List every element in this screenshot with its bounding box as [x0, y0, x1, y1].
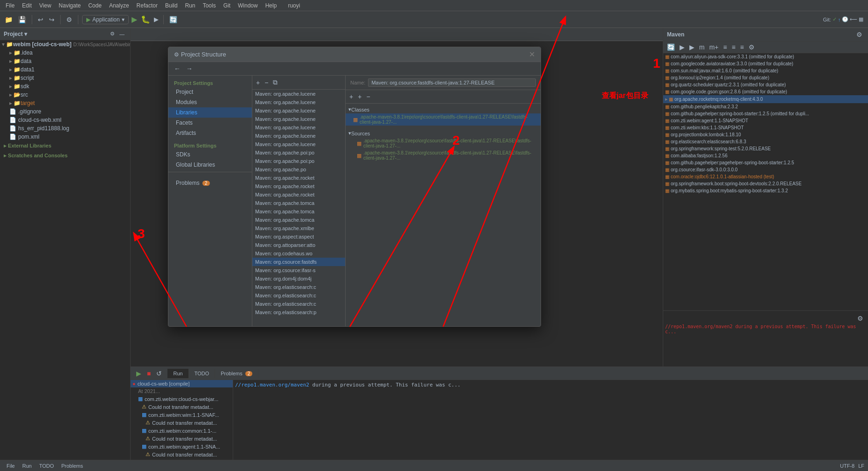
lib-lucene-4[interactable]: Maven: org.apache.lucene [252, 115, 345, 123]
menu-refactor[interactable]: Refactor [133, 1, 161, 10]
run-rerun-button[interactable]: ↺ [154, 369, 164, 378]
menu-tools[interactable]: Tools [199, 1, 220, 10]
lib-lucene-5[interactable]: Maven: org.apache.lucene [252, 123, 345, 132]
dialog-back-button[interactable]: ← [172, 64, 182, 73]
lib-tomca-2[interactable]: Maven: org.apache.tomca [252, 207, 345, 216]
copy-library-button[interactable]: ⧉ [271, 77, 279, 87]
maven-dep-pagehelper[interactable]: ▦ com.github.pagehelper:spring-boot-star… [663, 110, 868, 117]
add-path-button[interactable]: + [347, 92, 355, 101]
lib-elastic-3[interactable]: Maven: org.elasticsearch:c [252, 300, 345, 308]
maven-dep-ojdbc[interactable]: ▦ com.oracle:ojdbc6:12.1.0.1-atlassian-h… [663, 173, 868, 180]
lib-elastic-4[interactable]: Maven: org.elasticsearch:p [252, 308, 345, 316]
maven-dep-captcha[interactable]: ▦ com.github.pengliekaptcha:2.3.2 [663, 103, 868, 110]
menu-edit[interactable]: Edit [18, 1, 35, 10]
run-tree-common[interactable]: ▦ com.zti.webim:common:1.1-... [131, 427, 233, 435]
tree-target[interactable]: ▸ 📁 target [0, 99, 130, 107]
maven-dep-1[interactable]: ▦ com.aliyun:aliyun-java-sdk-core:3.3.1 … [663, 53, 868, 60]
maven-filter-button[interactable]: ≡ [738, 42, 746, 52]
lib-aspect[interactable]: Maven: org.aspect:aspect [252, 232, 345, 241]
maven-dep-springtest[interactable]: ▦ org.springframework:spring-test:5.2.0.… [663, 145, 868, 152]
project-collapse-btn[interactable]: — [118, 30, 126, 38]
nav-project[interactable]: Project [168, 87, 252, 97]
maven-more-button[interactable]: ⚙ [747, 42, 757, 52]
maven-dep-agent[interactable]: ▦ com.zti.webim:agent:1.1-SNAPSHOT [663, 117, 868, 124]
maven-dep-devtools[interactable]: ▦ org.springframework.boot:spring-boot-d… [663, 180, 868, 187]
maven-dep-6[interactable]: ▦ com.google.code.gson:gson:2.8.6 (omitt… [663, 88, 868, 95]
remove-library-button[interactable]: − [263, 78, 270, 87]
maven-dep-pagehelper2[interactable]: ▦ com.github.pagehelper:pagehelper-sprin… [663, 159, 868, 166]
run-tree-kbs[interactable]: ▦ com.zti.webim:kbs:1.1-SNAP... [131, 458, 233, 460]
run-coverage-button[interactable]: ▶ [153, 15, 160, 24]
lib-atto[interactable]: Maven: org.attoparser:atto [252, 241, 345, 249]
project-settings-btn[interactable]: ⚙ [108, 30, 117, 38]
maven-reload-button[interactable]: 🔄 [665, 42, 677, 52]
status-file[interactable]: File [4, 463, 18, 469]
settings-button[interactable]: ⚙ [64, 15, 74, 24]
maven-dep-lombok[interactable]: ▦ org.projectlombok:lombok:1.18.10 [663, 131, 868, 138]
tree-data[interactable]: ▸ 📁 data [0, 57, 130, 65]
remove-path-button[interactable]: − [364, 92, 372, 101]
status-run[interactable]: Run [20, 463, 35, 469]
tab-run[interactable]: Run [167, 369, 188, 378]
menu-run[interactable]: Run [181, 1, 199, 10]
menu-window[interactable]: Window [234, 1, 262, 10]
run-play-button[interactable]: ▶ [134, 369, 143, 378]
open-file-button[interactable]: 📁 [3, 15, 14, 24]
lib-tomca-3[interactable]: Maven: org.apache.tomca [252, 216, 345, 224]
tab-todo[interactable]: TODO [189, 369, 215, 378]
menu-analyze[interactable]: Analyze [105, 1, 133, 10]
maven-dep-kbs[interactable]: ▦ com.zti.webim:kbs:1.1-SNAPSHOT [663, 124, 868, 131]
sources-path-item-2[interactable]: ▦ .apache-maven-3.8.1\repo\org\csource\f… [346, 149, 541, 162]
reload-button[interactable]: 🔄 [167, 15, 179, 24]
debug-button[interactable]: 🐛 [140, 14, 151, 25]
external-libraries-section[interactable]: ▸ External Libraries [0, 141, 130, 151]
menu-file[interactable]: File [2, 1, 18, 10]
maven-phases-button[interactable]: ≡ [730, 42, 737, 52]
lib-lucene-3[interactable]: Maven: org.apache.lucene [252, 106, 345, 115]
maven-dep-3[interactable]: ▦ com.sun.mail:javax.mail:1.6.0 (omitted… [663, 67, 868, 74]
tree-hserr[interactable]: 📄 hs_err_pid11888.log [0, 124, 130, 133]
menu-view[interactable]: View [35, 1, 55, 10]
lib-tomca-1[interactable]: Maven: org.apache.tomca [252, 199, 345, 207]
menu-code[interactable]: Code [84, 1, 105, 10]
menu-git[interactable]: Git [220, 1, 234, 10]
library-name-input[interactable] [368, 78, 536, 87]
tree-src[interactable]: ▸ 📂 src [0, 91, 130, 99]
tree-script[interactable]: ▸ 📁 script [0, 74, 130, 82]
classes-path-1[interactable]: ▦ .apache-maven-3.8.1\repo\org\csource\f… [346, 113, 541, 126]
tree-pomxml[interactable]: 📄 pom.xml [0, 133, 130, 141]
maven-dep-4[interactable]: ▦ org.lionsoul:ip2region:1.4 (omitted fo… [663, 74, 868, 81]
sources-header[interactable]: ▾ Sources [346, 129, 541, 137]
run-item-status[interactable]: At 2021... [131, 387, 233, 395]
lib-rocket-2[interactable]: Maven: org.apache.rocket [252, 182, 345, 190]
tree-sdk[interactable]: ▸ 📁 sdk [0, 82, 130, 91]
lib-dom4j[interactable]: Maven: org.dom4j:dom4j [252, 274, 345, 283]
maven-lifecycle-button[interactable]: ≡ [722, 42, 729, 52]
maven-debug-button[interactable]: ▶ [687, 42, 696, 52]
run-warn-3[interactable]: ⚠ Could not transfer metadat... [131, 435, 233, 443]
sources-path-item-1[interactable]: ▦ .apache-maven-3.8.1\repo\org\csource\f… [346, 137, 541, 149]
run-configuration[interactable]: ▶ Application ▾ [82, 15, 129, 24]
undo-button[interactable]: ↩ [36, 15, 45, 24]
menu-build[interactable]: Build [161, 1, 181, 10]
lib-csource-fastdfs[interactable]: Maven: org.csource:fastdfs [252, 258, 345, 266]
nav-facets[interactable]: Facets [168, 118, 252, 128]
lib-csource-ifasr[interactable]: Maven: org.csource:ifasr-s [252, 266, 345, 274]
run-button[interactable]: ▶ [131, 14, 138, 25]
maven-dep-elastic[interactable]: ▦ org.elasticsearch:elasticsearch:6.8.3 [663, 138, 868, 145]
maven-dep-5[interactable]: ▦ org.quartz-scheduler:quartz:2.3.1 (omi… [663, 81, 868, 88]
save-button[interactable]: 💾 [16, 15, 28, 24]
lib-elastic-1[interactable]: Maven: org.elasticsearch:c [252, 283, 345, 291]
lib-poi-1[interactable]: Maven: org.apache.poi:po [252, 148, 345, 157]
maven-add-button[interactable]: m [697, 42, 707, 52]
tab-problems[interactable]: Problems 2 [215, 369, 258, 378]
menu-help[interactable]: Help [262, 1, 281, 10]
maven-dep-mybatis[interactable]: ▦ org.mybatis.spring.boot:mybatis-spring… [663, 187, 868, 194]
maven-output-settings[interactable]: ⚙ [855, 314, 865, 323]
run-warn-2[interactable]: ⚠ Could not transfer metadat... [131, 419, 233, 427]
lib-lucene-7[interactable]: Maven: org.apache.lucene [252, 140, 345, 148]
add-classes-button[interactable]: + [356, 92, 363, 101]
status-todo[interactable]: TODO [36, 463, 57, 469]
run-warn-4[interactable]: ⚠ Could not transfer metadat... [131, 450, 233, 458]
maven-dep-fastjson[interactable]: ▦ com.alibaba:fastjson:1.2.56 [663, 152, 868, 159]
